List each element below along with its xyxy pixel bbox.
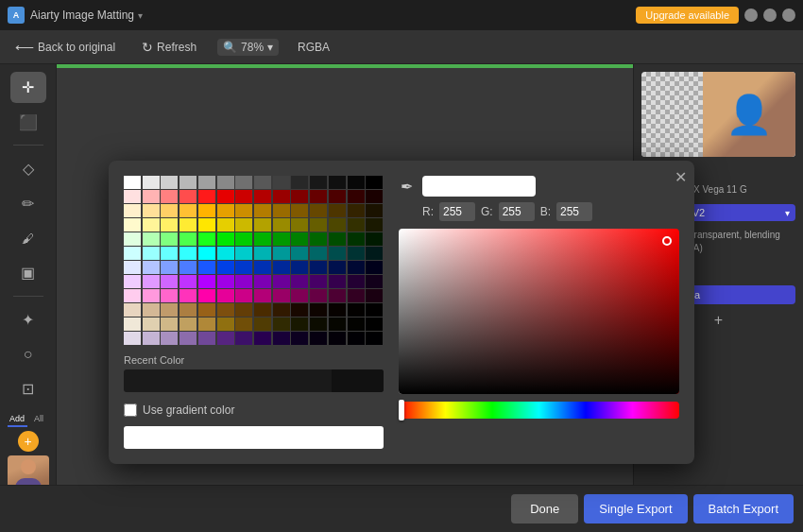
color-cell[interactable] (273, 275, 290, 288)
color-cell[interactable] (291, 289, 308, 302)
color-cell[interactable] (329, 303, 346, 317)
color-cell[interactable] (235, 275, 252, 288)
color-cell[interactable] (254, 176, 271, 189)
color-cell[interactable] (348, 275, 365, 288)
color-cell[interactable] (254, 204, 271, 217)
color-cell[interactable] (235, 247, 252, 260)
color-cell[interactable] (291, 190, 308, 203)
color-cell[interactable] (366, 190, 383, 203)
color-cell[interactable] (217, 303, 234, 317)
r-input[interactable] (439, 202, 475, 221)
color-cell[interactable] (310, 303, 327, 317)
color-cell[interactable] (310, 218, 327, 232)
color-cell[interactable] (273, 176, 290, 189)
color-cell[interactable] (366, 247, 383, 260)
color-cell[interactable] (143, 261, 160, 274)
color-cell[interactable] (254, 218, 271, 232)
color-cell[interactable] (179, 204, 196, 217)
color-cell[interactable] (217, 261, 234, 274)
color-cell[interactable] (291, 232, 308, 246)
color-cell[interactable] (161, 332, 178, 345)
color-cell[interactable] (348, 289, 365, 302)
color-cell[interactable] (254, 332, 271, 345)
color-cell[interactable] (329, 204, 346, 217)
color-cell[interactable] (198, 317, 215, 331)
color-cell[interactable] (273, 204, 290, 217)
color-cell[interactable] (161, 247, 178, 260)
color-cell[interactable] (348, 218, 365, 232)
color-cell[interactable] (273, 289, 290, 302)
color-cell[interactable] (366, 275, 383, 288)
color-cell[interactable] (143, 289, 160, 302)
color-cell[interactable] (329, 232, 346, 246)
color-cell[interactable] (143, 204, 160, 217)
color-cell[interactable] (273, 261, 290, 274)
color-cell[interactable] (366, 261, 383, 274)
zoom-control[interactable]: 🔍 78% ▾ (217, 39, 279, 56)
color-cell[interactable] (124, 317, 141, 331)
color-cell[interactable] (161, 232, 178, 246)
color-cell[interactable] (366, 332, 383, 345)
color-cell[interactable] (348, 317, 365, 331)
color-cell[interactable] (179, 190, 196, 203)
color-cell[interactable] (217, 176, 234, 189)
gradient-checkbox[interactable] (124, 403, 137, 417)
g-input[interactable] (499, 202, 535, 221)
color-cell[interactable] (198, 218, 215, 232)
color-cell[interactable] (329, 261, 346, 274)
hex-input[interactable] (422, 176, 536, 197)
color-cell[interactable] (217, 190, 234, 203)
color-cell[interactable] (366, 317, 383, 331)
color-cell[interactable] (329, 275, 346, 288)
color-cell[interactable] (235, 317, 252, 331)
color-cell[interactable] (179, 261, 196, 274)
color-cell[interactable] (348, 204, 365, 217)
color-cell[interactable] (291, 218, 308, 232)
color-cell[interactable] (217, 317, 234, 331)
color-cell[interactable] (143, 317, 160, 331)
color-cell[interactable] (198, 261, 215, 274)
color-cell[interactable] (348, 176, 365, 189)
color-cell[interactable] (254, 303, 271, 317)
color-cell[interactable] (273, 247, 290, 260)
color-cell[interactable] (124, 261, 141, 274)
color-cell[interactable] (124, 190, 141, 203)
b-input[interactable] (556, 202, 592, 221)
color-cell[interactable] (124, 289, 141, 302)
color-cell[interactable] (235, 332, 252, 345)
color-cell[interactable] (329, 332, 346, 345)
color-cell[interactable] (329, 190, 346, 203)
color-cell[interactable] (291, 247, 308, 260)
color-cell[interactable] (310, 190, 327, 203)
eyedropper-button[interactable]: ✒ (399, 176, 415, 197)
color-cell[interactable] (348, 261, 365, 274)
color-cell[interactable] (348, 190, 365, 203)
color-cell[interactable] (143, 176, 160, 189)
color-cell[interactable] (366, 289, 383, 302)
color-cell[interactable] (143, 303, 160, 317)
color-cell[interactable] (143, 232, 160, 246)
color-cell[interactable] (217, 275, 234, 288)
color-cell[interactable] (366, 204, 383, 217)
color-cell[interactable] (310, 204, 327, 217)
color-cell[interactable] (198, 275, 215, 288)
color-cell[interactable] (143, 275, 160, 288)
color-cell[interactable] (254, 261, 271, 274)
color-cell[interactable] (143, 218, 160, 232)
color-cell[interactable] (198, 303, 215, 317)
color-cell[interactable] (124, 218, 141, 232)
color-cell[interactable] (310, 261, 327, 274)
color-cell[interactable] (179, 303, 196, 317)
color-cell[interactable] (310, 332, 327, 345)
color-cell[interactable] (291, 261, 308, 274)
color-cell[interactable] (254, 289, 271, 302)
color-cell[interactable] (366, 176, 383, 189)
color-cell[interactable] (161, 261, 178, 274)
color-cell[interactable] (161, 218, 178, 232)
saturation-picker[interactable] (399, 229, 679, 394)
color-cell[interactable] (198, 190, 215, 203)
color-cell[interactable] (217, 247, 234, 260)
color-cell[interactable] (348, 232, 365, 246)
color-cell[interactable] (310, 275, 327, 288)
color-cell[interactable] (161, 317, 178, 331)
